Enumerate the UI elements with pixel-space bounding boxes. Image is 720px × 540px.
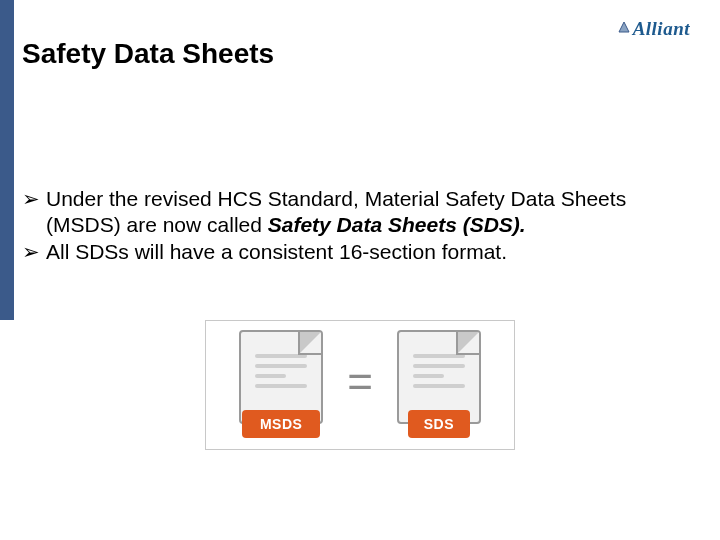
document-icon: SDS	[391, 330, 487, 440]
msds-equals-sds-graphic: MSDS = SDS	[205, 320, 515, 450]
page-title: Safety Data Sheets	[22, 38, 696, 70]
msds-label: MSDS	[242, 410, 320, 438]
list-item: ➢ All SDSs will have a consistent 16-sec…	[22, 239, 696, 265]
slide-content: Safety Data Sheets ➢ Under the revised H…	[22, 24, 696, 267]
chevron-right-icon: ➢	[22, 239, 46, 265]
bullet-text-bold: Safety Data Sheets (SDS).	[268, 213, 526, 236]
bullet-text: Under the revised HCS Standard, Material…	[46, 186, 696, 237]
chevron-right-icon: ➢	[22, 186, 46, 212]
bullet-list: ➢ Under the revised HCS Standard, Materi…	[22, 186, 696, 265]
bullet-text: All SDSs will have a consistent 16-secti…	[46, 239, 696, 265]
sds-label: SDS	[408, 410, 470, 438]
equals-sign: =	[347, 360, 373, 410]
accent-stripe	[0, 0, 14, 320]
document-icon: MSDS	[233, 330, 329, 440]
list-item: ➢ Under the revised HCS Standard, Materi…	[22, 186, 696, 237]
